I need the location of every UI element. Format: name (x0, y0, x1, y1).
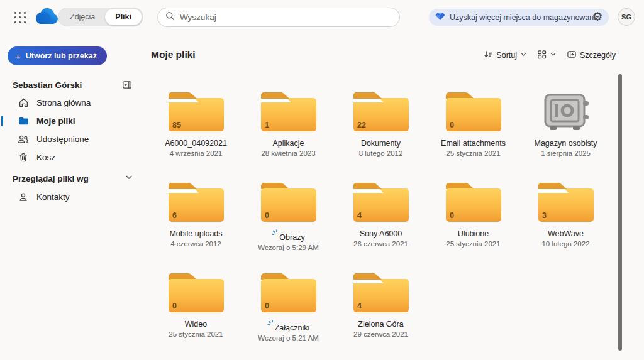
chevron-down-icon (550, 51, 557, 60)
folder-tile[interactable]: 0Email attachments25 stycznia 2021 (427, 85, 519, 158)
person-icon (18, 192, 29, 203)
folder-tile[interactable]: 0ZałącznikiWczoraj o 5:21 AM (242, 266, 335, 339)
folder-date: 25 stycznia 2021 (427, 240, 519, 248)
svg-text:0: 0 (172, 302, 177, 310)
folder-tile[interactable]: 22Dokumenty8 lutego 2012 (335, 85, 427, 158)
svg-text:6: 6 (172, 211, 177, 220)
sort-button[interactable]: Sortuj (480, 48, 530, 63)
folder-name: Magazyn osobisty (519, 139, 612, 148)
sidebar-nav-secondary: Kontakty (0, 188, 146, 206)
svg-text:4: 4 (357, 302, 362, 310)
onedrive-logo-icon[interactable] (34, 8, 59, 28)
sidebar-item-moje-pliki[interactable]: Moje pliki (0, 112, 146, 130)
folder-icon: 1 (242, 91, 335, 134)
sidebar-item-label: Strona główna (36, 98, 91, 107)
sidebar-item-label: Kosz (36, 153, 55, 162)
folder-name: A6000_04092021 (150, 139, 242, 148)
folder-name: Email attachments (427, 139, 519, 148)
scrollbar-thumb[interactable] (618, 74, 622, 351)
recent-activity-spark-icon (272, 229, 279, 236)
folder-date: Wczoraj o 5:29 AM (242, 244, 335, 251)
folder-name: Ulubione (427, 229, 519, 239)
sidebar-item-strona-główna[interactable]: Strona główna (0, 94, 146, 112)
svg-text:0: 0 (265, 211, 269, 220)
folder-tile[interactable]: 1Aplikacje28 kwietnia 2023 (242, 85, 335, 158)
selection-indicator (1, 116, 3, 126)
svg-text:3: 3 (542, 211, 547, 220)
folder-icon: 3 (519, 182, 612, 224)
premium-diamond-icon (435, 12, 445, 23)
folder-icon: 4 (335, 272, 427, 315)
recent-activity-spark-icon (267, 320, 274, 327)
folder-icon: 0 (242, 272, 335, 315)
chevron-down-icon (125, 173, 133, 184)
folder-date: 25 stycznia 2021 (427, 150, 519, 157)
folder-name: Załączniki (242, 320, 335, 333)
collapse-pane-icon[interactable] (121, 79, 133, 91)
search-input[interactable] (180, 13, 392, 22)
toolbar: Sortuj Szczegóły (484, 48, 619, 63)
view-options-button[interactable] (534, 48, 560, 63)
sidebar-item-kontakty[interactable]: Kontakty (0, 188, 146, 206)
folder-date: 1 sierpnia 2025 (519, 150, 612, 157)
folder-date: 26 czerwca 2021 (335, 240, 427, 248)
chevron-down-icon (520, 51, 527, 60)
folder-date: 29 czerwca 2021 (335, 330, 427, 338)
sidebar: + Utwórz lub przekaż Sebastian Górski St… (0, 35, 146, 360)
vault-icon (519, 91, 612, 134)
folder-icon: 0 (242, 182, 335, 224)
svg-text:0: 0 (265, 302, 269, 310)
folder-tile[interactable]: 4Sony A600026 czerwca 2021 (335, 175, 427, 249)
profile-name: Sebastian Górski (13, 80, 82, 90)
sidebar-item-kosz[interactable]: Kosz (0, 148, 146, 166)
folder-tile[interactable]: 4Zielona Góra29 czerwca 2021 (335, 266, 427, 339)
people-icon (18, 134, 29, 145)
sort-icon (484, 50, 493, 61)
folder-name: Aplikacje (242, 139, 335, 148)
folder-name: Wideo (150, 320, 242, 329)
sidebar-nav: Strona głównaMoje plikiUdostępnioneKosz (0, 94, 146, 166)
folder-name: Dokumenty (335, 139, 427, 148)
details-pane-button[interactable]: Szczegóły (564, 48, 619, 63)
svg-text:0: 0 (450, 121, 454, 129)
toggle-photos[interactable]: Zdjęcia (60, 9, 105, 25)
search-icon (165, 11, 175, 23)
onedrive-app: Zdjęcia Pliki Uzyskaj więcej miejsca do … (0, 0, 644, 360)
browse-files-by-section[interactable]: Przeglądaj pliki wg (13, 173, 133, 184)
folder-icon: 6 (150, 182, 242, 224)
toggle-files[interactable]: Pliki (105, 9, 142, 25)
folder-tile[interactable]: 0ObrazyWczoraj o 5:29 AM (242, 175, 335, 249)
folder-name: WebWave (519, 229, 612, 239)
svg-text:1: 1 (265, 121, 269, 129)
get-more-storage-button[interactable]: Uzyskaj więcej miejsca do magazynowania (429, 9, 609, 26)
personal-vault-tile[interactable]: Magazyn osobisty1 sierpnia 2025 (519, 85, 612, 158)
create-or-upload-button[interactable]: + Utwórz lub przekaż (8, 46, 107, 65)
grid-view-icon (537, 50, 547, 61)
folder-tile[interactable]: 6Mobile uploads4 czerwca 2012 (150, 175, 242, 249)
page-title: Moje pliki (151, 49, 196, 60)
folder-date: 8 lutego 2012 (335, 150, 427, 157)
folder-tile[interactable]: 85A6000_040920214 września 2021 (150, 85, 242, 158)
details-pane-icon (567, 50, 577, 61)
account-avatar[interactable]: SG (618, 8, 635, 26)
svg-text:85: 85 (172, 121, 181, 129)
folder-name: Sony A6000 (335, 229, 427, 239)
folder-tile[interactable]: 0Ulubione25 stycznia 2021 (427, 175, 519, 249)
sidebar-item-label: Udostępnione (36, 134, 89, 144)
folder-filled-icon (18, 116, 29, 127)
folder-date: 4 września 2021 (150, 150, 242, 157)
folder-tile[interactable]: 3WebWave10 lutego 2022 (519, 175, 612, 249)
app-launcher-icon[interactable] (13, 10, 28, 25)
view-toggle: Zdjęcia Pliki (58, 8, 143, 26)
sidebar-item-label: Kontakty (36, 192, 70, 202)
folder-date: 4 czerwca 2012 (150, 240, 242, 248)
folder-icon: 85 (150, 91, 242, 134)
top-header: Zdjęcia Pliki Uzyskaj więcej miejsca do … (0, 0, 644, 35)
folder-icon: 4 (335, 182, 427, 224)
folder-date: 25 stycznia 2021 (150, 330, 242, 338)
sidebar-item-label: Moje pliki (36, 116, 75, 126)
sidebar-item-udostępnione[interactable]: Udostępnione (0, 130, 146, 148)
settings-gear-icon[interactable]: ⚙ (589, 8, 606, 26)
folder-tile[interactable]: 0Wideo25 stycznia 2021 (150, 266, 242, 339)
folder-icon: 22 (335, 91, 427, 134)
